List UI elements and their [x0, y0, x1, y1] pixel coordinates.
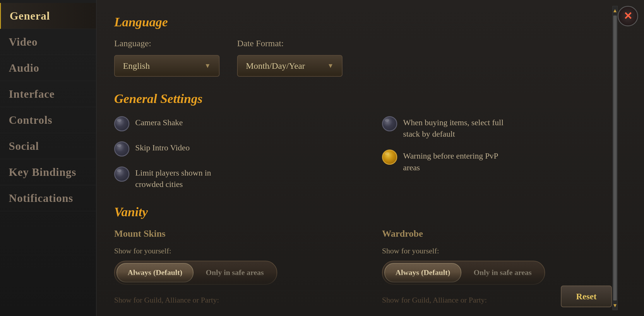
language-row: Language: English ▼ Date Format: Month/D… — [114, 38, 626, 77]
vanity-grid: Mount Skins Show for yourself: Always (D… — [114, 228, 626, 305]
language-section: Language Language: English ▼ Date Format… — [114, 15, 626, 77]
radio-full-stack[interactable] — [382, 116, 397, 131]
sidebar-item-label: Notifications — [9, 192, 73, 204]
settings-right-col: When buying items, select fullstack by d… — [382, 115, 626, 190]
setting-skip-intro-label: Skip Intro Video — [135, 140, 190, 153]
scrollbar-down-arrow[interactable]: ▼ — [613, 301, 617, 310]
wardrobe-subtitle: Wardrobe — [382, 228, 626, 239]
reset-button[interactable]: Reset — [561, 286, 612, 307]
sidebar-item-label: Controls — [9, 114, 52, 126]
date-format-label: Date Format: — [237, 38, 342, 48]
wardrobe-safe-label: Only in safe areas — [474, 268, 532, 277]
language-field-label: Language: — [114, 38, 220, 48]
radio-pvp-warning[interactable] — [382, 150, 397, 165]
sidebar-item-social[interactable]: Social — [0, 133, 96, 159]
sidebar-item-notifications[interactable]: Notifications — [0, 185, 96, 211]
setting-pvp-warning-label: Warning before entering PvPareas — [403, 148, 498, 173]
settings-grid: Camera Shake Skip Intro Video Limit play… — [114, 115, 626, 190]
setting-camera-shake: Camera Shake — [114, 115, 359, 131]
wardrobe-always-btn[interactable]: Always (Default) — [384, 263, 461, 282]
mount-skins-toggle-group: Always (Default) Only in safe areas — [114, 261, 277, 285]
general-settings-section: General Settings Camera Shake Skip Intro… — [114, 91, 626, 190]
setting-camera-shake-label: Camera Shake — [135, 115, 183, 128]
mount-skins-always-btn[interactable]: Always (Default) — [117, 263, 193, 282]
sidebar-item-label: Interface — [9, 88, 55, 100]
close-button[interactable]: ✕ — [618, 6, 638, 26]
mount-skins-show-label: Show for yourself: — [114, 247, 359, 255]
setting-limit-players-label: Limit players shown incrowded cities — [135, 165, 211, 190]
vanity-section-title: Vanity — [114, 205, 626, 219]
setting-full-stack-label: When buying items, select fullstack by d… — [403, 115, 503, 140]
language-dropdown[interactable]: English ▼ — [114, 55, 220, 77]
wardrobe-always-label: Always (Default) — [395, 268, 450, 277]
radio-limit-players[interactable] — [114, 166, 129, 182]
wardrobe-safe-btn[interactable]: Only in safe areas — [463, 263, 543, 282]
setting-pvp-warning: Warning before entering PvPareas — [382, 148, 626, 173]
language-value: English — [123, 61, 150, 71]
mount-skins-guild-label: Show for Guild, Alliance or Party: — [114, 296, 359, 305]
vanity-section: Vanity Mount Skins Show for yourself: Al… — [114, 205, 626, 305]
date-format-dropdown[interactable]: Month/Day/Year ▼ — [237, 55, 342, 77]
main-content: ✕ ▲ ▼ Language Language: English ▼ Date … — [97, 0, 644, 316]
general-settings-title: General Settings — [114, 91, 626, 106]
sidebar-item-controls[interactable]: Controls — [0, 107, 96, 133]
close-icon: ✕ — [624, 10, 632, 22]
date-format-col: Date Format: Month/Day/Year ▼ — [237, 38, 342, 77]
sidebar-item-general[interactable]: General — [0, 3, 96, 29]
settings-left-col: Camera Shake Skip Intro Video Limit play… — [114, 115, 359, 190]
radio-camera-shake[interactable] — [114, 116, 129, 131]
sidebar-item-keybindings[interactable]: Key Bindings — [0, 159, 96, 185]
sidebar-item-interface[interactable]: Interface — [0, 81, 96, 107]
language-section-title: Language — [114, 15, 626, 30]
mount-skins-always-label: Always (Default) — [128, 268, 182, 277]
wardrobe-toggle-group: Always (Default) Only in safe areas — [382, 261, 545, 285]
mount-skins-safe-btn[interactable]: Only in safe areas — [195, 263, 275, 282]
mount-skins-col: Mount Skins Show for yourself: Always (D… — [114, 228, 359, 305]
sidebar-item-video[interactable]: Video — [0, 29, 96, 55]
sidebar-item-label: General — [10, 10, 50, 22]
scrollbar-thumb[interactable] — [613, 16, 617, 300]
scrollbar-track: ▲ ▼ — [612, 6, 618, 310]
setting-skip-intro: Skip Intro Video — [114, 140, 359, 157]
scrollbar-up-arrow[interactable]: ▲ — [613, 6, 617, 15]
wardrobe-show-label: Show for yourself: — [382, 247, 626, 255]
sidebar-item-label: Key Bindings — [9, 166, 76, 178]
mount-skins-subtitle: Mount Skins — [114, 228, 359, 239]
dropdown-arrow-icon: ▼ — [204, 62, 211, 70]
sidebar-item-label: Audio — [9, 62, 39, 74]
reset-label: Reset — [576, 291, 597, 301]
sidebar-item-label: Social — [9, 140, 39, 152]
dropdown-arrow-icon: ▼ — [327, 62, 334, 70]
setting-limit-players: Limit players shown incrowded cities — [114, 165, 359, 190]
sidebar: General Video Audio Interface Controls S… — [0, 0, 97, 316]
radio-skip-intro[interactable] — [114, 141, 129, 157]
date-format-value: Month/Day/Year — [246, 61, 305, 71]
sidebar-item-audio[interactable]: Audio — [0, 55, 96, 81]
sidebar-item-label: Video — [9, 36, 38, 48]
setting-full-stack: When buying items, select fullstack by d… — [382, 115, 626, 140]
language-col: Language: English ▼ — [114, 38, 220, 77]
mount-skins-safe-label: Only in safe areas — [206, 268, 264, 277]
